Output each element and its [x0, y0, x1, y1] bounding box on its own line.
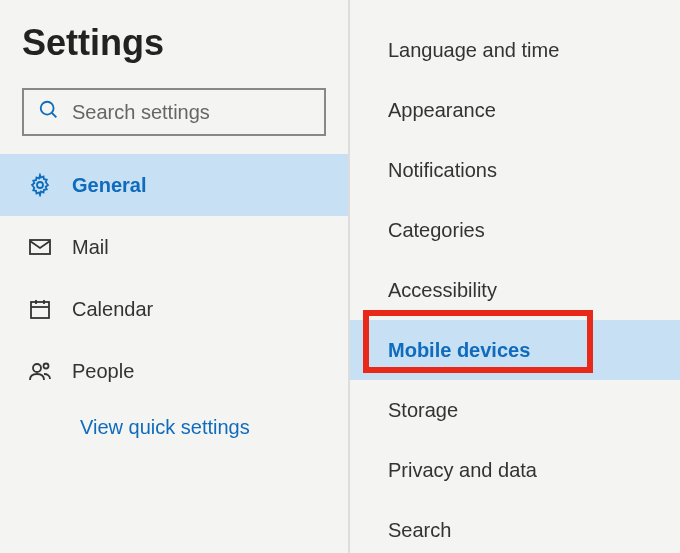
gear-icon	[28, 173, 52, 197]
subnav-item-search[interactable]: Search	[350, 500, 680, 553]
svg-point-14	[44, 364, 49, 369]
settings-left-panel: Settings General	[0, 0, 350, 553]
search-icon	[38, 99, 60, 126]
svg-point-13	[33, 364, 41, 372]
subnav-item-accessibility[interactable]: Accessibility	[350, 260, 680, 320]
subnav-item-label: Storage	[388, 399, 458, 422]
subnav-item-mobile-devices[interactable]: Mobile devices	[350, 320, 680, 380]
subnav-item-notifications[interactable]: Notifications	[350, 140, 680, 200]
nav-item-label: General	[72, 174, 146, 197]
svg-line-1	[52, 112, 57, 117]
people-icon	[28, 359, 52, 383]
svg-rect-4	[31, 302, 49, 318]
nav-item-calendar[interactable]: Calendar	[0, 278, 348, 340]
mail-icon	[28, 235, 52, 259]
subnav-item-privacy-data[interactable]: Privacy and data	[350, 440, 680, 500]
subnav-item-label: Categories	[388, 219, 485, 242]
subnav-item-label: Privacy and data	[388, 459, 537, 482]
page-title: Settings	[0, 0, 348, 64]
nav-item-label: Mail	[72, 236, 109, 259]
subnav-item-language-time[interactable]: Language and time	[350, 20, 680, 80]
calendar-icon	[28, 297, 52, 321]
subnav-item-label: Mobile devices	[388, 339, 530, 362]
subnav-item-appearance[interactable]: Appearance	[350, 80, 680, 140]
subnav-item-label: Language and time	[388, 39, 559, 62]
nav-item-general[interactable]: General	[0, 154, 348, 216]
subnav-item-label: Search	[388, 519, 451, 542]
nav-item-mail[interactable]: Mail	[0, 216, 348, 278]
subnav-item-label: Accessibility	[388, 279, 497, 302]
view-quick-settings-link[interactable]: View quick settings	[0, 402, 250, 439]
nav-item-people[interactable]: People	[0, 340, 348, 402]
svg-point-0	[41, 101, 54, 114]
search-box[interactable]	[22, 88, 326, 136]
settings-subnav-list: Language and time Appearance Notificatio…	[350, 0, 680, 553]
svg-point-2	[37, 182, 43, 188]
subnav-item-categories[interactable]: Categories	[350, 200, 680, 260]
subnav-item-label: Appearance	[388, 99, 496, 122]
nav-item-label: Calendar	[72, 298, 153, 321]
subnav-item-label: Notifications	[388, 159, 497, 182]
settings-nav-list: General Mail	[0, 154, 348, 402]
search-input[interactable]	[72, 101, 325, 124]
subnav-item-storage[interactable]: Storage	[350, 380, 680, 440]
settings-right-panel: Language and time Appearance Notificatio…	[350, 0, 680, 553]
nav-item-label: People	[72, 360, 134, 383]
